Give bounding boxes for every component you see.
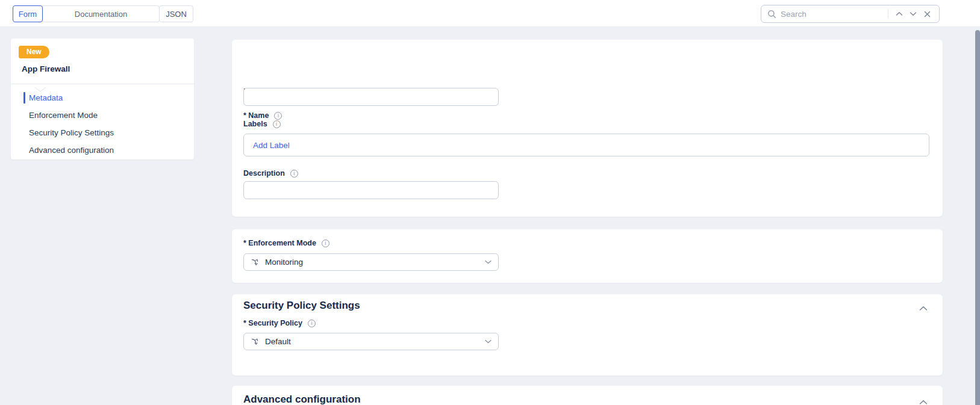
view-tabs: Form Documentation JSON xyxy=(13,5,193,22)
security-policy-heading: Security Policy Settings xyxy=(243,300,360,312)
close-icon xyxy=(924,11,931,17)
tab-documentation[interactable]: Documentation xyxy=(42,5,160,22)
chevron-down-icon xyxy=(485,260,492,264)
sidebar-item-security-policy-settings[interactable]: Security Policy Settings xyxy=(11,124,194,141)
security-policy-value: Default xyxy=(265,337,291,346)
add-label-button[interactable]: Add Label xyxy=(253,141,290,150)
name-input[interactable] xyxy=(243,88,499,106)
info-icon[interactable]: i xyxy=(290,170,298,178)
search-divider xyxy=(888,9,888,19)
description-label-text: Description xyxy=(243,169,285,178)
description-input[interactable] xyxy=(243,181,499,199)
info-icon[interactable]: i xyxy=(322,240,329,247)
advanced-configuration-section: Advanced configuration xyxy=(232,386,943,405)
topbar: Form Documentation JSON xyxy=(0,0,980,27)
info-icon[interactable]: i xyxy=(274,112,282,120)
collapse-advanced-button[interactable] xyxy=(917,396,929,405)
sidebar-item-metadata[interactable]: Metadata xyxy=(11,89,194,107)
enforcement-mode-value: Monitoring xyxy=(265,258,303,267)
page-scrollbar[interactable] xyxy=(975,0,980,405)
chevron-down-icon xyxy=(910,11,917,16)
branch-arrows-icon xyxy=(251,258,260,267)
sidebar-title: App Firewall xyxy=(22,64,70,73)
labels-label-text: Labels xyxy=(243,120,267,128)
description-label: Description i xyxy=(243,169,298,178)
search-close-button[interactable] xyxy=(920,7,934,21)
search-box[interactable] xyxy=(761,5,940,23)
info-icon[interactable]: i xyxy=(308,320,316,327)
chevron-up-icon xyxy=(896,11,903,16)
security-policy-label-text: * Security Policy xyxy=(243,319,302,327)
tab-json[interactable]: JSON xyxy=(159,5,193,22)
name-label-text: * Name xyxy=(243,111,269,120)
security-policy-section: Security Policy Settings * Security Poli… xyxy=(232,294,943,376)
scrollbar-thumb[interactable] xyxy=(975,30,980,405)
enforcement-mode-label: * Enforcement Mode i xyxy=(243,239,329,247)
labels-input[interactable]: Add Label xyxy=(243,134,929,156)
metadata-section: Metadata i * Name i Labels i Add Label D… xyxy=(232,40,943,217)
security-policy-label: * Security Policy i xyxy=(243,319,316,327)
enforcement-mode-select[interactable]: Monitoring xyxy=(243,253,499,271)
advanced-configuration-heading: Advanced configuration xyxy=(243,394,361,405)
content-area: New App Firewall Metadata Enforcement Mo… xyxy=(0,27,980,405)
tab-form[interactable]: Form xyxy=(13,5,43,22)
security-policy-select[interactable]: Default xyxy=(243,333,499,350)
chevron-up-icon xyxy=(919,306,928,311)
search-icon xyxy=(767,10,776,19)
app-firewall-create-screen: Form Documentation JSON xyxy=(0,0,980,405)
chevron-down-icon xyxy=(485,339,492,344)
collapse-security-button[interactable] xyxy=(917,302,929,314)
sidebar: New App Firewall Metadata Enforcement Mo… xyxy=(11,39,194,159)
name-label: * Name i xyxy=(243,111,282,120)
enforcement-mode-label-text: * Enforcement Mode xyxy=(243,239,316,247)
sidebar-nav: Metadata Enforcement Mode Security Polic… xyxy=(11,89,194,159)
search-next-button[interactable] xyxy=(907,7,920,21)
sidebar-item-enforcement-mode[interactable]: Enforcement Mode xyxy=(11,107,194,124)
info-icon[interactable]: i xyxy=(273,120,281,128)
new-badge: New xyxy=(19,46,49,58)
labels-label: Labels i xyxy=(243,120,281,128)
search-input[interactable] xyxy=(781,10,884,19)
sidebar-item-advanced-configuration[interactable]: Advanced configuration xyxy=(11,141,194,159)
branch-arrows-icon xyxy=(251,337,260,346)
enforcement-mode-section: * Enforcement Mode i Monitoring xyxy=(232,229,943,283)
chevron-up-icon xyxy=(919,400,928,405)
search-prev-button[interactable] xyxy=(893,7,907,21)
